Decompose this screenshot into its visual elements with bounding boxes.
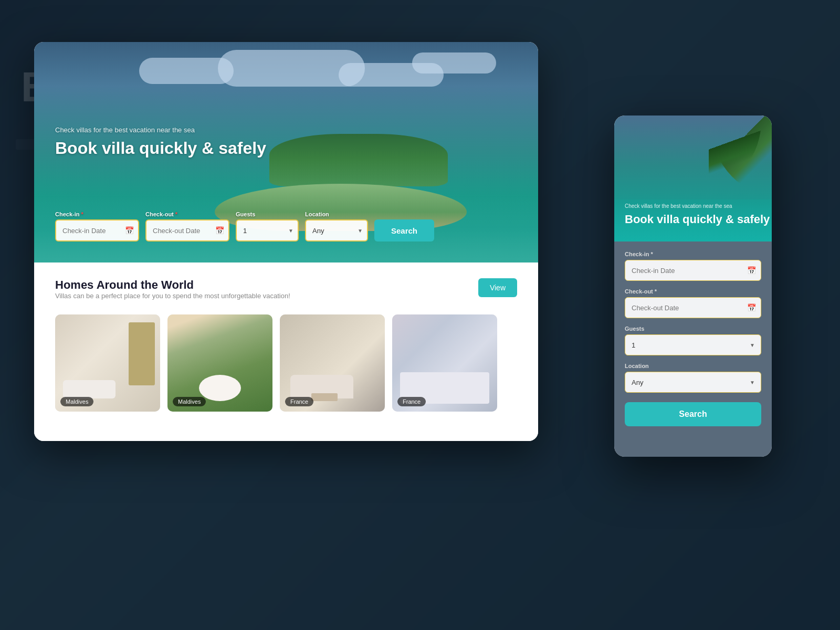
mobile-hero: Check villas for the best vacation near … — [614, 116, 772, 242]
checkout-group: Check-out * 📅 — [145, 211, 229, 242]
mobile-hero-subtitle: Check villas for the best vacation near … — [625, 203, 770, 209]
mobile-guests-select[interactable]: 1 2 3 4 5 6+ — [625, 334, 761, 355]
living-table — [311, 393, 338, 401]
guests-group: Guests 1 2 3 4 5 6+ ▼ — [236, 211, 299, 242]
desktop-card: Check villas for the best vacation near … — [34, 42, 538, 441]
mobile-checkout-calendar-icon: 📅 — [747, 303, 756, 312]
section-title: Homes Around the World — [55, 278, 290, 292]
section-title-wrap: Homes Around the World Villas can be a p… — [55, 278, 290, 310]
checkin-input-wrap: 📅 — [55, 219, 139, 242]
checkout-input[interactable] — [145, 219, 229, 242]
property-badge-3: France — [285, 397, 313, 406]
mobile-location-label: Location — [625, 363, 761, 369]
guests-label: Guests — [236, 211, 299, 217]
location-label: Location — [305, 211, 368, 217]
sea-overlay — [34, 158, 538, 262]
mobile-location-group: Location Any Maldives France Italy Spain… — [625, 363, 761, 393]
property-badge-1: Maldives — [60, 397, 93, 406]
mobile-checkout-input[interactable] — [625, 297, 761, 318]
mobile-hero-text: Check villas for the best vacation near … — [625, 203, 770, 226]
mobile-form: Check-in * 📅 Check-out * 📅 Guests 1 2 3 — [614, 242, 772, 457]
mobile-checkin-input[interactable] — [625, 260, 761, 281]
mobile-checkin-calendar-icon: 📅 — [747, 266, 756, 275]
bathroom-sink — [63, 380, 116, 398]
location-select[interactable]: Any Maldives France Italy Spain — [305, 219, 368, 242]
mobile-location-select-wrap: Any Maldives France Italy Spain ▼ — [625, 372, 761, 393]
property-card-4[interactable]: France — [392, 314, 497, 412]
hero-subtitle: Check villas for the best vacation near … — [55, 126, 266, 134]
cloud-4 — [412, 52, 496, 74]
checkout-input-wrap: 📅 — [145, 219, 229, 242]
guests-select[interactable]: 1 2 3 4 5 6+ — [236, 219, 299, 242]
properties-grid: Maldives Maldives France — [55, 314, 517, 412]
mobile-checkin-wrap: 📅 — [625, 260, 761, 281]
mobile-guests-label: Guests — [625, 326, 761, 332]
property-card-2[interactable]: Maldives — [167, 314, 272, 412]
view-all-button[interactable]: View — [478, 278, 517, 297]
section-desc: Villas can be a perfect place for you to… — [55, 292, 290, 300]
mobile-checkin-label: Check-in * — [625, 251, 761, 257]
property-badge-4: France — [397, 397, 426, 406]
location-group: Location Any Maldives France Italy Spain… — [305, 211, 368, 242]
outdoor-tub — [199, 375, 241, 401]
bathroom-shelf — [129, 322, 155, 385]
checkout-label: Check-out * — [145, 211, 229, 217]
hero-title: Book villa quickly & safely — [55, 138, 266, 158]
mobile-checkout-label: Check-out * — [625, 288, 761, 295]
mobile-hero-title: Book villa quickly & safely — [625, 213, 770, 226]
mobile-checkout-wrap: 📅 — [625, 297, 761, 318]
mobile-card: Check villas for the best vacation near … — [614, 116, 772, 457]
mobile-checkin-group: Check-in * 📅 — [625, 251, 761, 281]
guests-select-wrap: 1 2 3 4 5 6+ ▼ — [236, 219, 299, 242]
checkin-label: Check-in * — [55, 211, 139, 217]
hero-section: Check villas for the best vacation near … — [34, 42, 538, 262]
mobile-guests-select-wrap: 1 2 3 4 5 6+ ▼ — [625, 334, 761, 355]
mobile-search-button[interactable]: Search — [625, 402, 761, 426]
property-card-3[interactable]: France — [280, 314, 385, 412]
desktop-search-bar: Check-in * 📅 Check-out * 📅 Gues — [55, 211, 517, 242]
checkin-group: Check-in * 📅 — [55, 211, 139, 242]
hero-text: Check villas for the best vacation near … — [55, 126, 266, 158]
mobile-guests-group: Guests 1 2 3 4 5 6+ ▼ — [625, 326, 761, 355]
content-section: Homes Around the World Villas can be a p… — [34, 262, 538, 441]
mobile-checkout-group: Check-out * 📅 — [625, 288, 761, 318]
property-card-1[interactable]: Maldives — [55, 314, 160, 412]
location-select-wrap: Any Maldives France Italy Spain ▼ — [305, 219, 368, 242]
mobile-location-select[interactable]: Any Maldives France Italy Spain — [625, 372, 761, 393]
checkin-input[interactable] — [55, 219, 139, 242]
desktop-search-button[interactable]: Search — [374, 219, 434, 242]
property-badge-2: Maldives — [173, 397, 206, 406]
content-header: Homes Around the World Villas can be a p… — [55, 278, 517, 310]
